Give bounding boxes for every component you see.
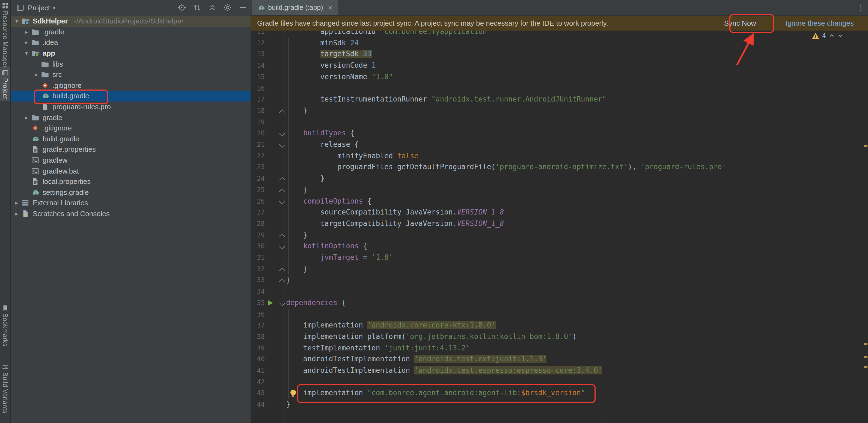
stripe-tab-resource-manager[interactable]: Resource Manager bbox=[0, 1, 10, 68]
code-line-20[interactable]: 20 buildTypes { bbox=[251, 128, 868, 139]
tree-item-gradlew.bat[interactable]: gradlew.bat bbox=[10, 166, 251, 176]
tree-item-src[interactable]: ▸src bbox=[10, 69, 251, 80]
code-line-22[interactable]: 22 minifyEnabled false bbox=[251, 150, 868, 162]
code-line-13[interactable]: 13 targetSdk 33 bbox=[251, 49, 868, 60]
code-line-40[interactable]: 40 androidTestImplementation 'androidx.t… bbox=[251, 354, 868, 365]
code-line-44[interactable]: 44} bbox=[251, 399, 868, 410]
code-line-32[interactable]: 32 } bbox=[251, 263, 868, 274]
warning-stripe-mark[interactable] bbox=[864, 366, 867, 368]
code-line-18[interactable]: 18 } bbox=[251, 105, 868, 117]
fold-down-icon[interactable] bbox=[279, 243, 285, 250]
chevron-right-icon[interactable]: ▸ bbox=[32, 72, 40, 78]
code-line-15[interactable]: 15 versionName "1.0" bbox=[251, 71, 868, 83]
chevron-right-icon[interactable]: ▸ bbox=[12, 200, 21, 206]
line-number: 23 bbox=[251, 162, 265, 173]
code-line-41[interactable]: 41 androidTestImplementation 'androidx.t… bbox=[251, 365, 868, 376]
chevron-down-icon[interactable]: ▾ bbox=[12, 18, 21, 24]
gear-icon[interactable] bbox=[223, 3, 232, 12]
project-panel-header: Project ▾ bbox=[10, 0, 251, 15]
tree-item-build.gradle[interactable]: build.gradle bbox=[10, 133, 251, 144]
tree-item-gradle.properties[interactable]: gradle.properties bbox=[10, 144, 251, 155]
tree-item-.gitignore[interactable]: .gitignore bbox=[10, 80, 251, 91]
tree-item-scratches-and-consoles[interactable]: ▸Scratches and Consoles bbox=[10, 208, 251, 219]
code-line-39[interactable]: 39 testImplementation 'junit:junit:4.13.… bbox=[251, 343, 868, 354]
stripe-tab-bookmarks[interactable]: Bookmarks bbox=[0, 303, 10, 347]
ignore-changes-button[interactable]: Ignore these changes bbox=[785, 19, 854, 27]
code-line-27[interactable]: 27 sourceCompatibility JavaVersion.VERSI… bbox=[251, 207, 868, 218]
tree-item-settings.gradle[interactable]: settings.gradle bbox=[10, 187, 251, 198]
code-line-14[interactable]: 14 versionCode 1 bbox=[251, 60, 868, 71]
warning-stripe-mark[interactable] bbox=[864, 356, 867, 358]
code-line-35[interactable]: 35dependencies { bbox=[251, 297, 868, 308]
tree-item-sdkhelper[interactable]: ▾SdkHelper~/AndroidStudioProjects/SdkHel… bbox=[10, 16, 251, 27]
code-line-29[interactable]: 29 } bbox=[251, 229, 868, 241]
code-line-17[interactable]: 17 testInstrumentationRunner "androidx.t… bbox=[251, 94, 868, 105]
more-options-icon[interactable]: ⋮ bbox=[857, 3, 865, 12]
tree-item-.gradle[interactable]: ▸.gradle bbox=[10, 27, 251, 37]
expand-all-icon[interactable] bbox=[193, 3, 202, 12]
code-line-28[interactable]: 28 targetCompatibility JavaVersion.VERSI… bbox=[251, 218, 868, 229]
fold-up-icon[interactable] bbox=[279, 267, 285, 274]
code-line-21[interactable]: 21 release { bbox=[251, 139, 868, 150]
code-line-36[interactable]: 36 bbox=[251, 308, 868, 320]
warning-stripe-mark[interactable] bbox=[864, 343, 867, 345]
chevron-right-icon[interactable]: ▸ bbox=[22, 39, 31, 45]
project-panel-title[interactable]: Project bbox=[28, 4, 50, 12]
code-line-30[interactable]: 30 kotlinOptions { bbox=[251, 241, 868, 252]
tree-item-build.gradle[interactable]: build.gradle bbox=[10, 91, 251, 101]
fold-down-icon[interactable] bbox=[279, 142, 285, 148]
code-line-34[interactable]: 34 bbox=[251, 286, 868, 297]
code-line-24[interactable]: 24 } bbox=[251, 173, 868, 184]
fold-up-icon[interactable] bbox=[279, 177, 285, 184]
chevron-down-icon[interactable]: ▾ bbox=[53, 5, 55, 11]
tree-item-.idea[interactable]: ▸.idea bbox=[10, 37, 251, 48]
tree-item-gradlew[interactable]: gradlew bbox=[10, 155, 251, 165]
stripe-tab-build-variants[interactable]: Build Variants bbox=[0, 362, 10, 414]
close-icon[interactable]: × bbox=[328, 4, 333, 11]
warning-stripe-mark[interactable] bbox=[864, 144, 867, 147]
next-warning-icon[interactable] bbox=[837, 32, 843, 38]
code-line-37[interactable]: 37 implementation 'androidx.core:core-kt… bbox=[251, 320, 868, 331]
sync-now-button[interactable]: Sync Now bbox=[724, 19, 756, 27]
code-text: testImplementation 'junit:junit:4.13.2' bbox=[286, 343, 470, 354]
fold-up-icon[interactable] bbox=[279, 109, 285, 116]
code-line-38[interactable]: 38 implementation platform('org.jetbrain… bbox=[251, 331, 868, 343]
previous-warning-icon[interactable] bbox=[829, 32, 834, 38]
chevron-right-icon[interactable]: ▸ bbox=[22, 29, 31, 35]
tree-item-libs[interactable]: libs bbox=[10, 59, 251, 69]
code-line-33[interactable]: 33} bbox=[251, 275, 868, 286]
code-line-16[interactable]: 16 bbox=[251, 83, 868, 94]
fold-down-icon[interactable] bbox=[279, 300, 285, 306]
stripe-tab-project[interactable]: Project bbox=[0, 67, 10, 101]
code-line-26[interactable]: 26 compileOptions { bbox=[251, 196, 868, 207]
fold-up-icon[interactable] bbox=[279, 188, 285, 195]
error-stripe[interactable] bbox=[863, 15, 868, 423]
tree-item-proguard-rules.pro[interactable]: proguard-rules.pro bbox=[10, 101, 251, 112]
tree-item-app[interactable]: ▾app bbox=[10, 48, 251, 59]
code-line-43[interactable]: 43 implementation "com.bonree.agent.andr… bbox=[251, 388, 868, 399]
code-line-19[interactable]: 19 bbox=[251, 117, 868, 128]
chevron-right-icon[interactable]: ▸ bbox=[12, 211, 21, 217]
chevron-down-icon[interactable]: ▾ bbox=[22, 50, 31, 56]
code-line-42[interactable]: 42 bbox=[251, 376, 868, 388]
locate-file-icon[interactable] bbox=[178, 3, 186, 12]
collapse-all-icon[interactable] bbox=[208, 3, 217, 12]
code-line-23[interactable]: 23 proguardFiles getDefaultProguardFile(… bbox=[251, 162, 868, 173]
code-line-12[interactable]: 12 minSdk 24 bbox=[251, 37, 868, 48]
fold-down-icon[interactable] bbox=[279, 198, 285, 204]
tree-item-label: gradlew bbox=[42, 156, 67, 164]
fold-up-icon[interactable] bbox=[279, 279, 285, 285]
tab-build-gradle[interactable]: build.gradle (:app) × bbox=[252, 0, 338, 15]
tree-item-local.properties[interactable]: local.properties bbox=[10, 176, 251, 187]
tree-item-.gitignore[interactable]: .gitignore bbox=[10, 123, 251, 133]
code-line-31[interactable]: 31 jvmTarget = '1.8' bbox=[251, 252, 868, 263]
tree-item-external-libraries[interactable]: ▸External Libraries bbox=[10, 198, 251, 208]
fold-up-icon[interactable] bbox=[279, 234, 285, 240]
hide-panel-icon[interactable] bbox=[239, 3, 247, 12]
fold-down-icon[interactable] bbox=[279, 130, 285, 136]
tree-item-gradle[interactable]: ▸gradle bbox=[10, 112, 251, 123]
run-gutter-icon[interactable] bbox=[268, 300, 273, 306]
code-line-25[interactable]: 25 } bbox=[251, 185, 868, 196]
code-text: } bbox=[286, 229, 307, 241]
chevron-right-icon[interactable]: ▸ bbox=[22, 115, 31, 120]
